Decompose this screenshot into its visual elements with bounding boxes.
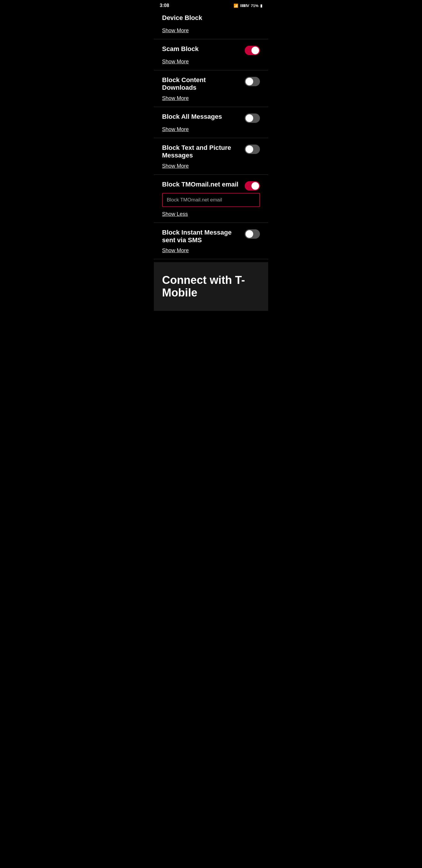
signal-icon: ⅠⅡⅢⅣ xyxy=(240,3,249,8)
section-block-text-picture-title: Block Text and Picture Messages xyxy=(162,144,245,159)
section-block-tmomail-title: Block TMOmail.net email xyxy=(162,181,245,188)
block-all-messages-show-more-link[interactable]: Show More xyxy=(162,126,189,132)
device-block-show-more-link[interactable]: Show More xyxy=(162,28,189,34)
section-scam-block-title: Scam Block xyxy=(162,45,245,53)
scam-block-show-more-link[interactable]: Show More xyxy=(162,59,189,65)
status-right: 📶 ⅠⅡⅢⅣ 71% ▮ xyxy=(234,3,262,8)
section-block-content-downloads-header: Block Content Downloads xyxy=(162,76,260,92)
section-block-text-picture: Block Text and Picture Messages Show Mor… xyxy=(154,138,268,175)
section-block-tmomail: Block TMOmail.net email Block TMOmail.ne… xyxy=(154,175,268,223)
block-text-picture-toggle[interactable] xyxy=(245,145,260,154)
battery-icon: ▮ xyxy=(260,3,262,8)
block-text-picture-show-more-link[interactable]: Show More xyxy=(162,163,189,169)
block-tmomail-toggle-knob xyxy=(252,182,259,190)
block-all-messages-toggle-knob xyxy=(246,114,253,122)
block-tmomail-show-less-link[interactable]: Show Less xyxy=(162,211,188,217)
status-time: 3:08 xyxy=(160,3,169,8)
block-text-picture-toggle-knob xyxy=(246,146,253,153)
section-block-all-messages-header: Block All Messages xyxy=(162,113,260,123)
block-content-downloads-toggle[interactable] xyxy=(245,77,260,86)
section-block-instant-message-title: Block Instant Message sent via SMS xyxy=(162,229,245,244)
block-content-downloads-toggle-knob xyxy=(246,78,253,85)
block-instant-message-show-more-link[interactable]: Show More xyxy=(162,248,189,254)
wifi-icon: 📶 xyxy=(234,3,238,8)
block-instant-message-toggle-knob xyxy=(246,230,253,238)
section-block-all-messages-title: Block All Messages xyxy=(162,113,245,121)
content: Device Block Show More Scam Block Show M… xyxy=(154,10,268,311)
scam-block-toggle[interactable] xyxy=(245,46,260,55)
block-tmomail-toggle[interactable] xyxy=(245,181,260,191)
connect-title: Connect with T-Mobile xyxy=(162,274,245,299)
status-bar: 3:08 📶 ⅠⅡⅢⅣ 71% ▮ xyxy=(154,0,268,10)
section-block-instant-message-header: Block Instant Message sent via SMS xyxy=(162,229,260,244)
section-device-block-header: Device Block xyxy=(162,14,260,24)
section-device-block-title: Device Block xyxy=(162,14,202,22)
block-instant-message-toggle[interactable] xyxy=(245,229,260,239)
section-block-all-messages: Block All Messages Show More xyxy=(154,107,268,138)
section-block-instant-message: Block Instant Message sent via SMS Show … xyxy=(154,223,268,259)
block-tmomail-description-box: Block TMOmail.net email xyxy=(162,193,260,207)
scam-block-toggle-knob xyxy=(252,46,259,54)
battery-text: 71% xyxy=(251,3,258,8)
block-all-messages-toggle[interactable] xyxy=(245,114,260,123)
connect-section: Connect with T-Mobile xyxy=(154,262,268,311)
block-content-downloads-show-more-link[interactable]: Show More xyxy=(162,95,189,101)
section-scam-block-header: Scam Block xyxy=(162,45,260,55)
section-block-text-picture-header: Block Text and Picture Messages xyxy=(162,144,260,159)
section-block-tmomail-header: Block TMOmail.net email xyxy=(162,181,260,191)
section-block-content-downloads: Block Content Downloads Show More xyxy=(154,70,268,107)
section-device-block: Device Block Show More xyxy=(154,10,268,39)
section-block-content-downloads-title: Block Content Downloads xyxy=(162,76,245,92)
section-scam-block: Scam Block Show More xyxy=(154,39,268,70)
